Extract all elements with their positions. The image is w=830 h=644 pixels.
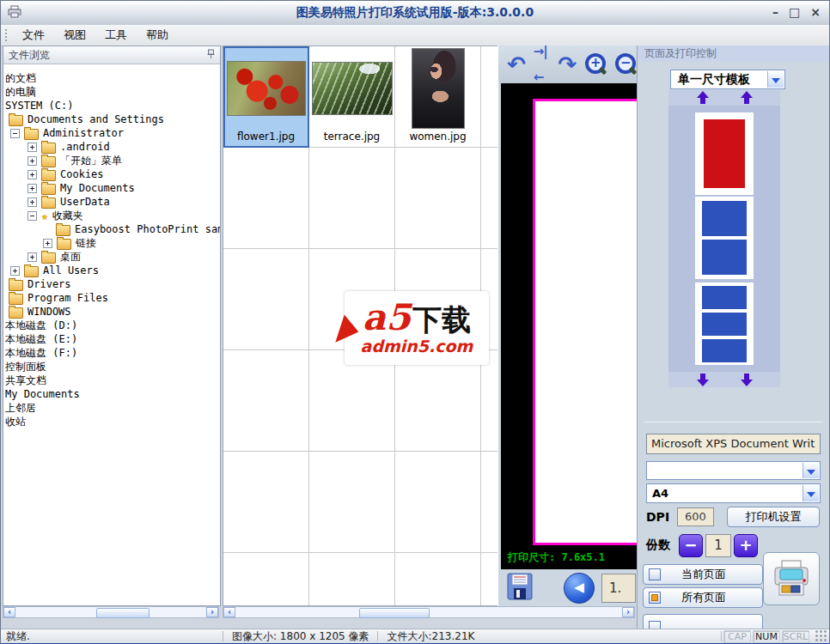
save-icon[interactable] [507, 573, 533, 604]
expand-icon[interactable] [27, 143, 37, 152]
thumbnail-flower1[interactable]: flower1.jpg [223, 46, 309, 148]
scroll-left-arrow[interactable] [223, 607, 235, 617]
menu-view[interactable]: 视图 [54, 26, 95, 45]
print-all-pages-button[interactable]: 所有页面 [643, 587, 763, 608]
resize-grip[interactable] [815, 630, 827, 642]
printer-settings-button[interactable]: 打印机设置 [727, 507, 820, 527]
previous-page-button[interactable]: ◀ [564, 573, 595, 604]
paper-size-select[interactable]: A4 [646, 483, 821, 503]
tree-item[interactable]: WINDOWS [3, 305, 220, 319]
collapse-icon[interactable] [10, 129, 20, 138]
page-number-field[interactable]: 1. [601, 574, 636, 603]
tree-item[interactable]: 桌面 [3, 250, 220, 264]
tree-item[interactable]: Program Files [3, 291, 220, 305]
checkbox-icon [649, 621, 661, 629]
paper-tray-select[interactable] [646, 461, 821, 480]
tree-item-label: 本地磁盘 (D:) [5, 319, 77, 333]
expand-icon[interactable] [27, 170, 37, 179]
tree-item[interactable]: UserData [3, 195, 220, 209]
terrace-image[interactable] [312, 62, 393, 115]
menu-file[interactable]: 文件 [13, 26, 54, 45]
toolbar-grip-icon [4, 28, 8, 42]
preview-page[interactable] [533, 99, 637, 545]
tree-item[interactable]: 收站 [3, 415, 220, 428]
tree-item[interactable]: 本地磁盘 (D:) [3, 319, 220, 332]
menu-tools[interactable]: 工具 [95, 26, 137, 45]
collapse-icon[interactable] [27, 211, 37, 221]
tree-item[interactable]: Drivers [3, 277, 220, 291]
thumbnail-label: terrace.jpg [324, 131, 380, 143]
chevron-down-icon[interactable] [767, 71, 784, 88]
up-arrow-icon[interactable] [697, 91, 709, 105]
tree-item[interactable]: 「开始」菜单 [3, 154, 220, 167]
scroll-left-arrow[interactable] [3, 607, 15, 617]
template-card-1slot[interactable] [695, 112, 754, 195]
tree-item[interactable]: 本地磁盘 (F:) [3, 346, 220, 360]
minimize-button[interactable]: – [772, 4, 778, 20]
tree-item[interactable]: 共享文档 [3, 374, 220, 387]
copies-plus-button[interactable]: + [734, 534, 758, 557]
tree-item[interactable]: 控制面板 [3, 360, 220, 374]
scrollbar-thumb[interactable] [359, 608, 430, 618]
tree-item[interactable]: Documents and Settings [3, 112, 220, 126]
tree-item[interactable]: My Documents [3, 181, 220, 195]
scroll-right-arrow[interactable] [206, 607, 218, 617]
tree-item[interactable]: SYSTEM (C:) [3, 99, 220, 112]
expand-icon[interactable] [27, 156, 37, 166]
close-button[interactable]: × [810, 4, 821, 20]
folder-icon [41, 156, 56, 167]
expand-icon[interactable] [27, 197, 37, 207]
rotate-left-icon[interactable]: ↶ [507, 52, 526, 77]
tree-item[interactable]: 本地磁盘 (E:) [3, 332, 220, 346]
status-bar: 就绪. 图像大小: 1800 x 1205 像素 文件大小:213.21K CA… [1, 629, 829, 644]
expand-icon[interactable] [43, 239, 52, 248]
folder-icon [41, 143, 56, 154]
menu-help[interactable]: 帮助 [137, 26, 178, 45]
template-card-3slot[interactable] [695, 283, 754, 365]
zoom-in-icon[interactable]: + [584, 52, 607, 76]
flower1-image[interactable] [227, 61, 306, 116]
template-select[interactable]: 单一尺寸模板 [670, 70, 785, 89]
expand-icon[interactable] [10, 266, 20, 276]
chevron-down-icon[interactable] [803, 485, 819, 501]
down-arrow-icon[interactable] [741, 373, 753, 386]
thumbnail-terrace[interactable]: terrace.jpg [309, 46, 395, 148]
tree-item[interactable]: All Users [3, 264, 220, 277]
rotate-right-icon[interactable]: ↷ [558, 52, 577, 77]
dpi-field[interactable]: 600 [677, 507, 714, 526]
tree-horizontal-scrollbar[interactable] [3, 606, 219, 618]
expand-icon[interactable] [27, 184, 37, 193]
tree-item[interactable]: Administrator [3, 126, 220, 140]
down-arrow-icon[interactable] [697, 373, 709, 386]
tree-item[interactable]: Cookies [3, 167, 220, 181]
preview-canvas[interactable]: 打印尺寸: 7.6x5.1 [501, 83, 637, 569]
scrollbar-thumb[interactable] [96, 608, 150, 618]
pin-icon[interactable] [207, 49, 215, 62]
tree-item[interactable]: .android [3, 140, 220, 154]
printer-name-field[interactable]: Microsoft XPS Document Writ [646, 434, 821, 454]
tree-item[interactable]: 链接 [3, 236, 220, 250]
zoom-out-icon[interactable]: − [614, 52, 637, 76]
template-scroll-down[interactable] [668, 372, 780, 387]
tree-item[interactable]: My Documents [3, 387, 220, 401]
tree-item[interactable]: 的电脑 [3, 85, 220, 99]
print-button[interactable] [763, 552, 820, 605]
clipped-bottom-button[interactable] [643, 614, 763, 629]
template-card-2slot[interactable] [695, 197, 754, 279]
chevron-down-icon[interactable] [803, 463, 819, 478]
up-arrow-icon[interactable] [741, 91, 753, 105]
scroll-right-arrow[interactable] [622, 607, 634, 617]
tree-item[interactable]: 的文档 [3, 71, 220, 85]
tree-item[interactable]: ★收藏夹 [3, 209, 220, 222]
tree-item[interactable]: 上邻居 [3, 401, 220, 415]
expand-icon[interactable] [27, 252, 37, 262]
copies-minus-button[interactable]: − [679, 534, 703, 557]
women-image[interactable] [412, 48, 465, 129]
print-current-page-button[interactable]: 当前页面 [643, 564, 763, 585]
template-scroll-up[interactable] [668, 90, 780, 106]
tree-item[interactable]: Easyboost PhotoPrint samples [3, 222, 220, 236]
copies-field[interactable]: 1 [705, 534, 731, 557]
grid-horizontal-scrollbar[interactable] [223, 606, 635, 618]
maximize-button[interactable]: □ [789, 4, 800, 20]
thumbnail-women[interactable]: women.jpg [395, 46, 481, 148]
